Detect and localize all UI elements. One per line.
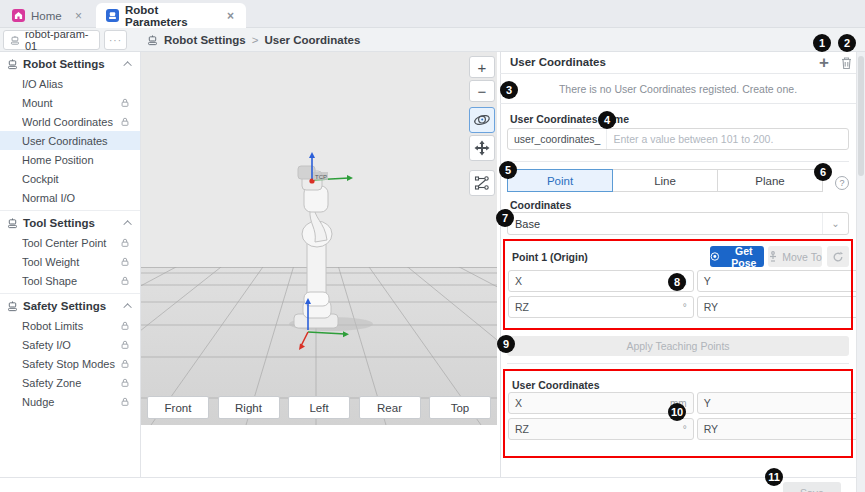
user-coordinates-x-field[interactable]: Xmm bbox=[508, 392, 694, 414]
view-button-left[interactable]: Left bbox=[288, 396, 350, 419]
view-button-right[interactable]: Right bbox=[218, 396, 280, 419]
sidebar-section-header-safety-settings[interactable]: Safety Settings bbox=[0, 296, 140, 316]
sidebar-item-robot-limits[interactable]: Robot Limits bbox=[0, 316, 140, 335]
user-coordinates-rz-field[interactable]: RZ° bbox=[508, 418, 694, 440]
field-label: RY bbox=[704, 301, 718, 313]
breadcrumb-separator: > bbox=[252, 34, 259, 46]
point1-y-field[interactable]: Ymm bbox=[697, 270, 865, 292]
point1-x-field[interactable]: Xmm bbox=[508, 270, 694, 292]
field-label: Y bbox=[704, 275, 717, 287]
sidebar-item-normal-i-o[interactable]: Normal I/O bbox=[0, 188, 140, 207]
sidebar-item-label: Cockpit bbox=[22, 173, 130, 185]
move-to-button[interactable]: Move To bbox=[768, 246, 822, 267]
lock-icon bbox=[120, 359, 130, 369]
sidebar-item-label: Safety I/O bbox=[22, 339, 120, 351]
sidebar-item-user-coordinates[interactable]: User Coordinates bbox=[0, 131, 140, 150]
tab-home[interactable]: Home × bbox=[2, 3, 94, 28]
tab-plane[interactable]: Plane bbox=[717, 169, 823, 192]
help-icon[interactable]: ? bbox=[835, 176, 849, 190]
geometry-type-tabs: PointLinePlane bbox=[507, 169, 823, 192]
user-coordinates-x-input[interactable] bbox=[532, 397, 667, 409]
tab-line[interactable]: Line bbox=[612, 169, 718, 192]
view-button-rear[interactable]: Rear bbox=[359, 396, 421, 419]
annotation-badge-6: 6 bbox=[814, 163, 832, 181]
sidebar-item-i-o-alias[interactable]: I/O Alias bbox=[0, 74, 140, 93]
orbit-rotate-button[interactable] bbox=[469, 107, 495, 133]
sidebar-section-header-robot-settings[interactable]: Robot Settings bbox=[0, 54, 140, 74]
tab-point[interactable]: Point bbox=[507, 169, 613, 192]
sidebar-item-home-position[interactable]: Home Position bbox=[0, 150, 140, 169]
panel-scrollbar[interactable] bbox=[856, 52, 865, 492]
field-unit: ° bbox=[683, 424, 687, 435]
lock-icon bbox=[120, 340, 130, 350]
sidebar-item-label: Tool Shape bbox=[22, 275, 120, 287]
parameter-set-name-input[interactable]: robot-param-01 bbox=[3, 30, 100, 50]
sidebar-item-label: User Coordinates bbox=[22, 135, 130, 147]
sidebar-item-label: Safety Stop Modes bbox=[22, 358, 120, 370]
coordinates-label: Coordinates bbox=[510, 199, 571, 211]
sidebar-item-nudge[interactable]: Nudge bbox=[0, 392, 140, 411]
link-points-icon bbox=[474, 175, 490, 191]
tab-robot-parameters[interactable]: Robot Parameters × bbox=[96, 3, 246, 28]
sidebar-item-mount[interactable]: Mount bbox=[0, 93, 140, 112]
panel-title: User Coordinates bbox=[510, 56, 606, 68]
delete-user-coordinate-button[interactable] bbox=[838, 55, 854, 71]
user-coordinates-ry-input[interactable] bbox=[722, 423, 865, 435]
robot-icon bbox=[7, 301, 18, 312]
close-tab-icon[interactable]: × bbox=[225, 9, 236, 23]
view-button-top[interactable]: Top bbox=[429, 396, 491, 419]
user-coordinates-result-title: User Coordinates bbox=[512, 379, 600, 391]
point1-ry-input[interactable] bbox=[722, 301, 865, 313]
coordinates-select[interactable]: Base ⌄ bbox=[507, 212, 849, 235]
sidebar-item-safety-stop-modes[interactable]: Safety Stop Modes bbox=[0, 354, 140, 373]
annotation-badge-10: 10 bbox=[668, 403, 686, 421]
sidebar-item-safety-zone[interactable]: Safety Zone bbox=[0, 373, 140, 392]
annotation-badge-7: 7 bbox=[496, 209, 514, 227]
robot-3d-viewport[interactable]: TCP bbox=[141, 52, 497, 425]
scrollbar-thumb[interactable] bbox=[858, 56, 864, 176]
sidebar-item-tool-weight[interactable]: Tool Weight bbox=[0, 252, 140, 271]
coordinates-selected-value: Base bbox=[515, 218, 540, 230]
point1-y-input[interactable] bbox=[721, 275, 856, 287]
zoom-out-button[interactable]: − bbox=[469, 80, 495, 102]
point1-rz-field[interactable]: RZ° bbox=[508, 296, 694, 318]
user-coordinates-y-input[interactable] bbox=[721, 397, 856, 409]
close-tab-icon[interactable]: × bbox=[73, 9, 84, 23]
sidebar-item-safety-i-o[interactable]: Safety I/O bbox=[0, 335, 140, 354]
user-coordinates-y-field[interactable]: Ymm bbox=[697, 392, 865, 414]
field-label: RY bbox=[704, 423, 718, 435]
get-pose-label: Get Pose bbox=[724, 245, 764, 269]
reset-icon bbox=[832, 251, 844, 263]
sidebar-item-world-coordinates[interactable]: World Coordinates bbox=[0, 112, 140, 131]
sidebar-section-header-tool-settings[interactable]: Tool Settings bbox=[0, 213, 140, 233]
sidebar-item-tool-center-point[interactable]: Tool Center Point bbox=[0, 233, 140, 252]
sidebar-item-label: Mount bbox=[22, 97, 120, 109]
apply-teaching-points-button[interactable]: Apply Teaching Points bbox=[507, 336, 849, 356]
coordinate-name-input[interactable] bbox=[607, 133, 848, 145]
divider bbox=[507, 363, 849, 364]
point1-x-input[interactable] bbox=[532, 275, 667, 287]
sidebar-item-cockpit[interactable]: Cockpit bbox=[0, 169, 140, 188]
view-button-front[interactable]: Front bbox=[147, 396, 209, 419]
pan-button[interactable] bbox=[469, 135, 495, 161]
reset-pose-button[interactable] bbox=[827, 246, 849, 267]
user-coordinates-rz-input[interactable] bbox=[533, 423, 680, 435]
app-window: Home × Robot Parameters × robot-param-01… bbox=[0, 0, 865, 492]
sidebar-section-tool-settings: Tool SettingsTool Center PointTool Weigh… bbox=[0, 211, 140, 294]
breadcrumb-item[interactable]: Robot Settings bbox=[164, 34, 246, 46]
get-pose-button[interactable]: Get Pose bbox=[710, 246, 764, 267]
point1-rz-input[interactable] bbox=[533, 301, 680, 313]
user-coordinates-ry-field[interactable]: RY° bbox=[697, 418, 865, 440]
robot-3d-scene: TCP bbox=[141, 52, 497, 425]
sidebar-section-title: Safety Settings bbox=[23, 300, 106, 312]
zoom-in-button[interactable]: + bbox=[469, 56, 495, 78]
robot-icon bbox=[7, 218, 18, 229]
lock-icon bbox=[120, 397, 130, 407]
link-points-button[interactable] bbox=[469, 170, 495, 196]
more-options-button[interactable]: ··· bbox=[104, 30, 127, 50]
robot-parameters-tab-icon bbox=[106, 9, 119, 22]
sidebar-item-tool-shape[interactable]: Tool Shape bbox=[0, 271, 140, 290]
add-user-coordinate-button[interactable]: + bbox=[815, 54, 833, 72]
save-button[interactable]: Save bbox=[783, 482, 841, 492]
point1-ry-field[interactable]: RY° bbox=[697, 296, 865, 318]
